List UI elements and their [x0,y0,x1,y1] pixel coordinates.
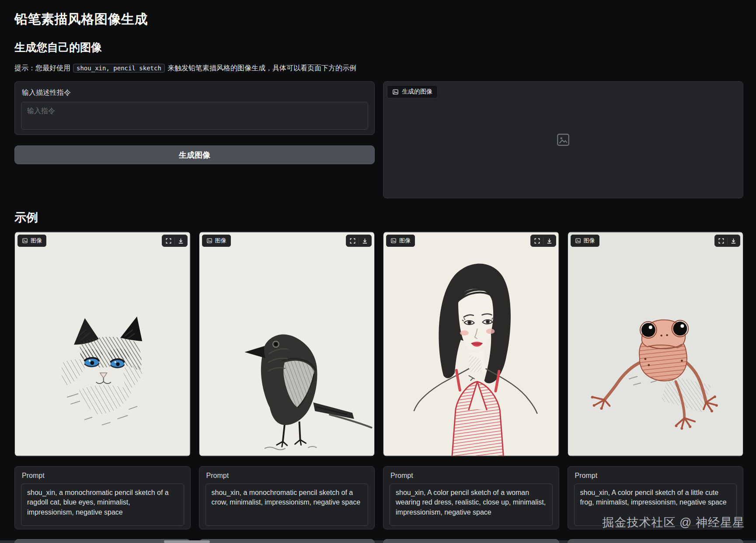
image-toolbar [714,235,740,247]
image-toolbar [162,235,188,247]
generate-button[interactable]: 生成图像 [14,145,375,164]
image-icon [390,238,397,244]
prompt-input[interactable] [21,102,368,130]
page-subtitle: 生成您自己的图像 [14,40,743,55]
generator-input-column: 输入描述性指令 生成图像 [14,81,375,198]
prompt-panel: Prompt shou_xin, A color pencil sketch o… [383,466,559,529]
generator-row: 输入描述性指令 生成图像 生成的图像 [14,81,743,198]
download-button[interactable] [175,235,187,246]
page-title: 铅笔素描风格图像生成 [14,10,743,28]
cat-sketch-drawing [15,232,190,456]
example-image-woman[interactable]: 图像 [383,232,559,457]
example-image-cat[interactable]: 图像 [14,232,191,457]
prompt-text[interactable]: shou_xin, a monochromatic pencil sketch … [21,484,184,526]
generated-image-label: 生成的图像 [402,88,432,96]
prompt-label: Prompt [575,472,737,480]
fullscreen-button[interactable] [347,235,359,246]
prompt-input-label: 输入描述性指令 [22,88,368,97]
trigger-word-code: shou_xin, pencil sketch [73,64,165,73]
prompt-text[interactable]: shou_xin, A color pencil sketch of a wom… [390,484,553,526]
example-card-frog: 图像 [568,232,744,543]
prompt-panel: Prompt shou_xin, a monochromatic pencil … [199,466,375,529]
community-watermark: 掘金技术社区 @ 神经星星 [603,515,745,530]
prompt-text[interactable]: shou_xin, a monochromatic pencil sketch … [206,484,369,526]
image-icon [392,89,399,95]
image-chip-label: 图像 [31,237,42,245]
download-icon [178,238,184,244]
app-page: 铅笔素描风格图像生成 生成您自己的图像 提示：您最好使用shou_xin, pe… [0,0,756,543]
image-chip-label: 图像 [215,237,226,245]
prompt-panel: Prompt shou_xin, a monochromatic pencil … [14,466,191,529]
prompt-label: Prompt [22,472,184,480]
image-chip-label: 图像 [584,237,595,245]
example-card-cat: 图像 [14,232,191,543]
fullscreen-button[interactable] [715,235,727,246]
fullscreen-icon [349,238,356,244]
download-icon [546,238,553,244]
example-card-woman: 图像 [383,232,559,543]
image-chip: 图像 [202,235,231,247]
horizontal-scrollbar-thumb[interactable] [164,540,210,543]
examples-heading: 示例 [14,210,743,225]
generated-image-chip: 生成的图像 [387,85,438,98]
image-toolbar [346,235,372,247]
example-image-frog[interactable]: 图像 [568,232,744,457]
download-button[interactable] [728,235,739,246]
fullscreen-icon [718,238,725,244]
example-image-crow[interactable]: 图像 [199,232,375,457]
examples-grid: 图像 [14,232,743,543]
fullscreen-icon [534,238,540,244]
frog-sketch-drawing [568,232,743,456]
hint-suffix: 来触发铅笔素描风格的图像生成，具体可以看页面下方的示例 [167,64,356,72]
download-icon [362,238,368,244]
download-button[interactable] [359,235,371,246]
fullscreen-icon [165,238,172,244]
image-chip-label: 图像 [399,237,411,245]
hint-prefix: 提示：您最好使用 [14,64,70,72]
image-chip: 图像 [386,235,415,247]
image-icon [575,238,581,244]
image-icon [22,238,28,244]
download-button[interactable] [543,235,555,246]
crow-sketch-drawing [199,232,375,456]
image-placeholder-icon [556,132,571,147]
image-icon [206,238,213,244]
example-card-crow: 图像 [199,232,375,543]
fullscreen-button[interactable] [531,235,543,246]
image-chip: 图像 [17,235,46,247]
image-chip: 图像 [571,235,599,247]
prompt-input-panel: 输入描述性指令 [14,81,375,135]
fullscreen-button[interactable] [163,235,174,246]
prompt-label: Prompt [206,472,369,480]
prompt-label: Prompt [390,472,553,480]
usage-hint: 提示：您最好使用shou_xin, pencil sketch来触发铅笔素描风格… [14,64,743,73]
download-icon [730,238,737,244]
generated-image-panel: 生成的图像 [383,81,743,198]
image-toolbar [530,235,556,247]
woman-sketch-drawing [383,232,559,456]
horizontal-scrollbar-track[interactable] [0,540,756,543]
